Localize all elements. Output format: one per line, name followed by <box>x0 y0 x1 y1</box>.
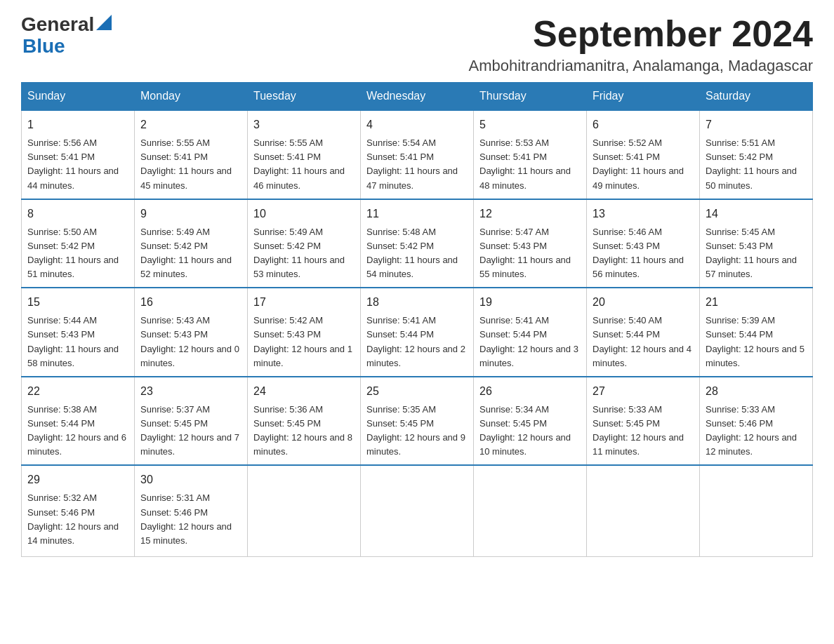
day-info: Sunrise: 5:49 AMSunset: 5:42 PMDaylight:… <box>253 225 355 282</box>
calendar-cell: 29Sunrise: 5:32 AMSunset: 5:46 PMDayligh… <box>22 465 135 556</box>
weekday-header-wednesday: Wednesday <box>361 83 474 111</box>
calendar-table: SundayMondayTuesdayWednesdayThursdayFrid… <box>21 82 813 557</box>
day-info: Sunrise: 5:32 AMSunset: 5:46 PMDaylight:… <box>27 491 128 548</box>
day-info: Sunrise: 5:34 AMSunset: 5:45 PMDaylight:… <box>479 403 581 459</box>
day-info: Sunrise: 5:55 AMSunset: 5:41 PMDaylight:… <box>253 136 355 193</box>
calendar-cell: 11Sunrise: 5:48 AMSunset: 5:42 PMDayligh… <box>361 199 474 288</box>
day-number: 6 <box>593 116 694 133</box>
day-number: 24 <box>253 383 355 400</box>
day-info: Sunrise: 5:50 AMSunset: 5:42 PMDaylight:… <box>27 225 128 282</box>
weekday-header-monday: Monday <box>135 83 248 111</box>
calendar-cell: 3Sunrise: 5:55 AMSunset: 5:41 PMDaylight… <box>248 110 361 199</box>
day-info: Sunrise: 5:40 AMSunset: 5:44 PMDaylight:… <box>593 314 694 370</box>
day-number: 1 <box>27 116 128 133</box>
day-number: 16 <box>140 294 241 311</box>
day-number: 28 <box>706 383 807 400</box>
page-header: General Blue September 2024 Ambohitrandr… <box>21 14 813 75</box>
day-number: 25 <box>366 383 468 400</box>
day-info: Sunrise: 5:53 AMSunset: 5:41 PMDaylight:… <box>479 136 581 193</box>
day-number: 29 <box>27 471 128 488</box>
calendar-cell: 20Sunrise: 5:40 AMSunset: 5:44 PMDayligh… <box>587 288 700 377</box>
calendar-cell: 6Sunrise: 5:52 AMSunset: 5:41 PMDaylight… <box>587 110 700 199</box>
day-number: 18 <box>366 294 468 311</box>
title-section: September 2024 Ambohitrandriamanitra, An… <box>469 14 813 75</box>
day-info: Sunrise: 5:46 AMSunset: 5:43 PMDaylight:… <box>593 225 694 282</box>
calendar-cell: 13Sunrise: 5:46 AMSunset: 5:43 PMDayligh… <box>587 199 700 288</box>
calendar-cell: 15Sunrise: 5:44 AMSunset: 5:43 PMDayligh… <box>22 288 135 377</box>
calendar-cell: 9Sunrise: 5:49 AMSunset: 5:42 PMDaylight… <box>135 199 248 288</box>
day-number: 20 <box>593 294 694 311</box>
location-title: Ambohitrandriamanitra, Analamanga, Madag… <box>469 57 813 75</box>
weekday-header-thursday: Thursday <box>474 83 587 111</box>
calendar-cell: 26Sunrise: 5:34 AMSunset: 5:45 PMDayligh… <box>474 377 587 466</box>
day-info: Sunrise: 5:39 AMSunset: 5:44 PMDaylight:… <box>706 314 807 370</box>
day-number: 15 <box>27 294 128 311</box>
day-info: Sunrise: 5:42 AMSunset: 5:43 PMDaylight:… <box>253 314 355 370</box>
weekday-header-sunday: Sunday <box>22 83 135 111</box>
calendar-cell <box>474 465 587 556</box>
calendar-cell: 30Sunrise: 5:31 AMSunset: 5:46 PMDayligh… <box>135 465 248 556</box>
day-number: 9 <box>140 206 241 222</box>
calendar-cell: 1Sunrise: 5:56 AMSunset: 5:41 PMDaylight… <box>22 110 135 199</box>
calendar-cell: 21Sunrise: 5:39 AMSunset: 5:44 PMDayligh… <box>700 288 813 377</box>
svg-marker-0 <box>96 15 112 30</box>
day-info: Sunrise: 5:54 AMSunset: 5:41 PMDaylight:… <box>366 136 468 193</box>
day-number: 4 <box>366 116 468 133</box>
weekday-header-row: SundayMondayTuesdayWednesdayThursdayFrid… <box>22 83 813 111</box>
week-row-3: 15Sunrise: 5:44 AMSunset: 5:43 PMDayligh… <box>22 288 813 377</box>
weekday-header-saturday: Saturday <box>700 83 813 111</box>
day-number: 17 <box>253 294 355 311</box>
weekday-header-friday: Friday <box>587 83 700 111</box>
day-number: 10 <box>253 206 355 222</box>
day-number: 21 <box>706 294 807 311</box>
calendar-cell <box>361 465 474 556</box>
day-number: 12 <box>479 206 581 222</box>
calendar-cell: 24Sunrise: 5:36 AMSunset: 5:45 PMDayligh… <box>248 377 361 466</box>
day-info: Sunrise: 5:51 AMSunset: 5:42 PMDaylight:… <box>706 136 807 193</box>
calendar-cell: 23Sunrise: 5:37 AMSunset: 5:45 PMDayligh… <box>135 377 248 466</box>
weekday-header-tuesday: Tuesday <box>248 83 361 111</box>
day-number: 11 <box>366 206 468 222</box>
day-number: 7 <box>706 116 807 133</box>
calendar-cell <box>700 465 813 556</box>
calendar-cell: 8Sunrise: 5:50 AMSunset: 5:42 PMDaylight… <box>22 199 135 288</box>
calendar-cell: 7Sunrise: 5:51 AMSunset: 5:42 PMDaylight… <box>700 110 813 199</box>
day-info: Sunrise: 5:49 AMSunset: 5:42 PMDaylight:… <box>140 225 241 282</box>
day-info: Sunrise: 5:52 AMSunset: 5:41 PMDaylight:… <box>593 136 694 193</box>
calendar-cell: 17Sunrise: 5:42 AMSunset: 5:43 PMDayligh… <box>248 288 361 377</box>
day-number: 30 <box>140 471 241 488</box>
day-info: Sunrise: 5:48 AMSunset: 5:42 PMDaylight:… <box>366 225 468 282</box>
day-info: Sunrise: 5:56 AMSunset: 5:41 PMDaylight:… <box>27 136 128 193</box>
day-info: Sunrise: 5:41 AMSunset: 5:44 PMDaylight:… <box>366 314 468 370</box>
day-info: Sunrise: 5:33 AMSunset: 5:46 PMDaylight:… <box>706 403 807 459</box>
week-row-2: 8Sunrise: 5:50 AMSunset: 5:42 PMDaylight… <box>22 199 813 288</box>
day-info: Sunrise: 5:35 AMSunset: 5:45 PMDaylight:… <box>366 403 468 459</box>
calendar-cell: 19Sunrise: 5:41 AMSunset: 5:44 PMDayligh… <box>474 288 587 377</box>
day-number: 23 <box>140 383 241 400</box>
calendar-cell: 14Sunrise: 5:45 AMSunset: 5:43 PMDayligh… <box>700 199 813 288</box>
day-info: Sunrise: 5:47 AMSunset: 5:43 PMDaylight:… <box>479 225 581 282</box>
day-info: Sunrise: 5:38 AMSunset: 5:44 PMDaylight:… <box>27 403 128 459</box>
day-number: 13 <box>593 206 694 222</box>
week-row-1: 1Sunrise: 5:56 AMSunset: 5:41 PMDaylight… <box>22 110 813 199</box>
day-info: Sunrise: 5:45 AMSunset: 5:43 PMDaylight:… <box>706 225 807 282</box>
calendar-cell: 28Sunrise: 5:33 AMSunset: 5:46 PMDayligh… <box>700 377 813 466</box>
day-number: 2 <box>140 116 241 133</box>
calendar-cell: 22Sunrise: 5:38 AMSunset: 5:44 PMDayligh… <box>22 377 135 466</box>
calendar-cell: 5Sunrise: 5:53 AMSunset: 5:41 PMDaylight… <box>474 110 587 199</box>
day-number: 8 <box>27 206 128 222</box>
day-info: Sunrise: 5:43 AMSunset: 5:43 PMDaylight:… <box>140 314 241 370</box>
day-number: 22 <box>27 383 128 400</box>
day-info: Sunrise: 5:33 AMSunset: 5:45 PMDaylight:… <box>593 403 694 459</box>
calendar-cell <box>248 465 361 556</box>
calendar-cell <box>587 465 700 556</box>
week-row-5: 29Sunrise: 5:32 AMSunset: 5:46 PMDayligh… <box>22 465 813 556</box>
day-number: 26 <box>479 383 581 400</box>
logo: General Blue <box>21 14 112 58</box>
logo-general-text: General <box>21 14 94 36</box>
day-info: Sunrise: 5:44 AMSunset: 5:43 PMDaylight:… <box>27 314 128 370</box>
calendar-cell: 10Sunrise: 5:49 AMSunset: 5:42 PMDayligh… <box>248 199 361 288</box>
day-info: Sunrise: 5:37 AMSunset: 5:45 PMDaylight:… <box>140 403 241 459</box>
day-info: Sunrise: 5:31 AMSunset: 5:46 PMDaylight:… <box>140 491 241 548</box>
day-info: Sunrise: 5:41 AMSunset: 5:44 PMDaylight:… <box>479 314 581 370</box>
